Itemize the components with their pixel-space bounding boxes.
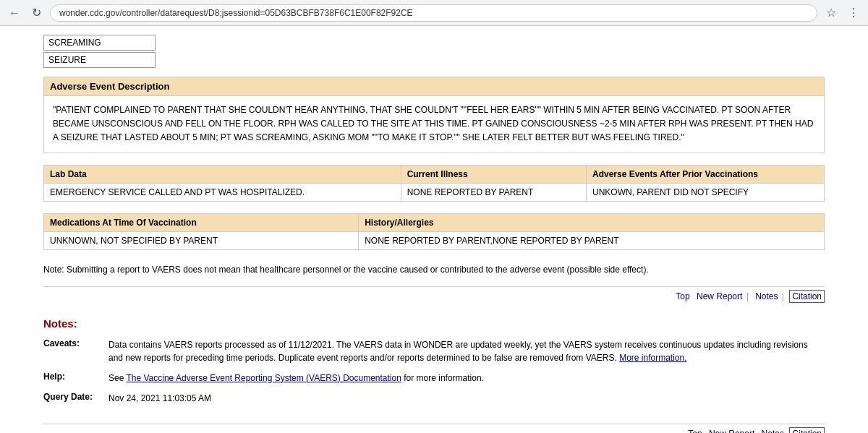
symptom-list: SCREAMING SEIZURE <box>43 35 825 68</box>
query-date-label: Query Date: <box>43 392 109 405</box>
help-row: Help: See The Vaccine Adverse Event Repo… <box>43 372 825 385</box>
citation-box-top[interactable]: Citation <box>789 290 825 303</box>
notes-title: Notes: <box>43 317 825 330</box>
vaers-doc-link[interactable]: The Vaccine Adverse Event Reporting Syst… <box>126 373 401 383</box>
table-row: EMERGENCY SERVICE CALLED AND PT WAS HOSP… <box>44 183 825 201</box>
bottom-notes-link[interactable]: Notes <box>762 429 784 433</box>
nav-separator-2: | <box>782 291 784 301</box>
medications-col-header: Medications At Time Of Vaccination <box>44 213 359 231</box>
new-report-link[interactable]: New Report <box>697 291 742 301</box>
adverse-events-cell: UNKOWN, PARENT DID NOT SPECIFY <box>587 183 825 201</box>
history-cell: NONE REPORTED BY PARENT,NONE REPORTED BY… <box>359 231 825 249</box>
caveats-content: Data contains VAERS reports processed as… <box>109 338 825 364</box>
refresh-button[interactable]: ↻ <box>29 4 44 21</box>
medications-table: Medications At Time Of Vaccination Histo… <box>43 213 825 250</box>
star-button[interactable]: ☆ <box>823 4 839 21</box>
top-nav-links: Top New Report | Notes | Citation <box>43 286 825 306</box>
more-info-link[interactable]: More information. <box>619 353 686 363</box>
adverse-event-section: Adverse Event Description "PATIENT COMPL… <box>43 77 825 153</box>
help-content: See The Vaccine Adverse Event Reporting … <box>109 372 825 385</box>
current-illness-col-header: Current Illness <box>401 165 586 183</box>
help-prefix: See <box>109 373 126 383</box>
bottom-nav-links: Top New Report Notes Citation <box>43 424 825 433</box>
url-bar[interactable] <box>50 4 817 22</box>
bottom-new-report-link[interactable]: New Report <box>709 429 754 433</box>
page-content: SCREAMING SEIZURE Adverse Event Descript… <box>0 26 868 433</box>
top-link[interactable]: Top <box>676 291 689 301</box>
lab-data-table: Lab Data Current Illness Adverse Events … <box>43 165 825 202</box>
query-date-value: Nov 24, 2021 11:03:05 AM <box>109 392 825 405</box>
medications-cell: UNKNOWN, NOT SPECIFIED BY PARENT <box>44 231 359 249</box>
adverse-events-col-header: Adverse Events After Prior Vaccinations <box>587 165 825 183</box>
bottom-top-link[interactable]: Top <box>688 429 702 433</box>
back-button[interactable]: ← <box>6 5 23 21</box>
caveats-text: Data contains VAERS reports processed as… <box>109 340 808 363</box>
settings-button[interactable]: ⋮ <box>845 4 862 21</box>
adverse-event-header: Adverse Event Description <box>44 77 824 96</box>
lab-data-col-header: Lab Data <box>44 165 401 183</box>
notes-section: Notes: Caveats: Data contains VAERS repo… <box>43 312 825 424</box>
caveats-label: Caveats: <box>43 338 109 364</box>
browser-toolbar: ← ↻ ☆ ⋮ <box>0 0 868 26</box>
caveats-row: Caveats: Data contains VAERS reports pro… <box>43 338 825 364</box>
adverse-event-body: "PATIENT COMPLAINED TO PARENT THAT SHE C… <box>44 96 824 153</box>
symptom-screaming: SCREAMING <box>43 35 156 51</box>
citation-box-bottom[interactable]: Citation <box>789 427 825 433</box>
lab-data-cell: EMERGENCY SERVICE CALLED AND PT WAS HOSP… <box>44 183 401 201</box>
help-label: Help: <box>43 372 109 385</box>
table-row: UNKNOWN, NOT SPECIFIED BY PARENT NONE RE… <box>44 231 825 249</box>
history-col-header: History/Allergies <box>359 213 825 231</box>
query-date-row: Query Date: Nov 24, 2021 11:03:05 AM <box>43 392 825 405</box>
current-illness-cell: NONE REPORTED BY PARENT <box>401 183 586 201</box>
notes-link[interactable]: Notes <box>755 291 778 301</box>
symptom-seizure: SEIZURE <box>43 52 156 68</box>
disclaimer-text: Note: Submitting a report to VAERS does … <box>43 262 825 278</box>
nav-separator: | <box>746 291 749 301</box>
help-suffix: for more information. <box>401 373 484 383</box>
